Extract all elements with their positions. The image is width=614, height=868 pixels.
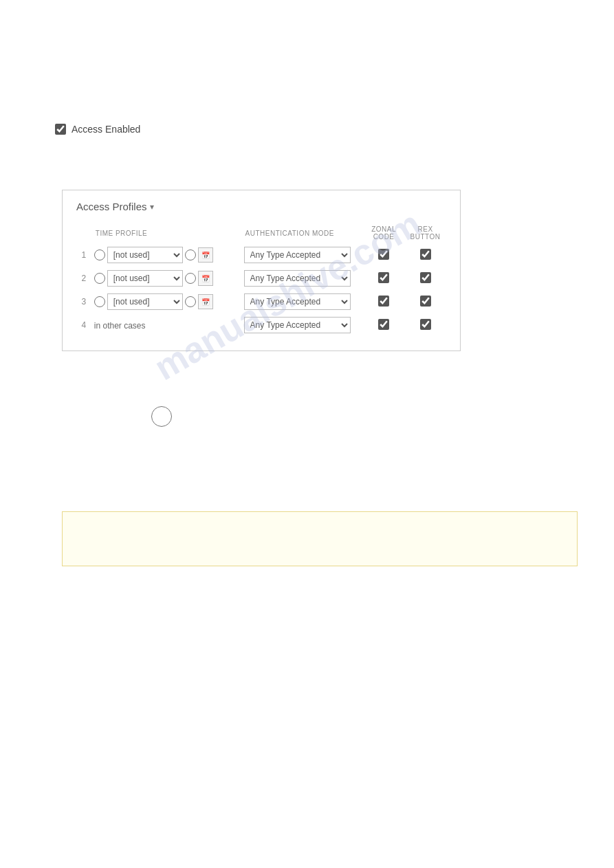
in-other-cases-label: in other cases <box>94 321 146 331</box>
radio-section <box>151 406 573 429</box>
auth-mode-select[interactable]: Any Type AcceptedCard OnlyPIN OnlyCard a… <box>244 317 351 333</box>
time-profile-select[interactable]: [not used] <box>107 293 183 310</box>
rex-button-checkbox[interactable] <box>420 296 431 307</box>
access-profiles-header[interactable]: Access Profiles ▾ <box>76 201 446 212</box>
time-radio-button-2[interactable] <box>185 249 196 260</box>
access-profiles-section: Access Profiles ▾ TIME PROFILE AUTHENTIC… <box>62 190 461 351</box>
profiles-table: TIME PROFILE AUTHENTICATION MODE ZONAL C… <box>76 223 446 337</box>
row-number: 4 <box>76 313 91 337</box>
auth-mode-select[interactable]: Any Type AcceptedCard OnlyPIN OnlyCard a… <box>244 247 351 263</box>
access-profiles-title: Access Profiles <box>76 201 147 212</box>
time-radio-button[interactable] <box>94 296 105 307</box>
col-zonal-header: ZONAL CODE <box>363 223 404 243</box>
auth-mode-select[interactable]: Any Type AcceptedCard OnlyPIN OnlyCard a… <box>244 270 351 287</box>
col-num-header <box>76 223 91 243</box>
zonal-code-checkbox[interactable] <box>378 296 389 307</box>
bottom-notice-box <box>62 511 578 566</box>
rex-button-cell <box>404 313 446 337</box>
table-row: 1[not used]📅Any Type AcceptedCard OnlyPI… <box>76 243 446 267</box>
zonal-code-cell <box>363 243 404 267</box>
time-profile-cell: [not used]📅 <box>91 290 241 313</box>
col-time-header: TIME PROFILE <box>91 223 241 243</box>
col-rex-header: REX BUTTON <box>404 223 446 243</box>
time-radio-button[interactable] <box>94 249 105 260</box>
calendar-icon[interactable]: 📅 <box>198 271 213 286</box>
zonal-code-checkbox[interactable] <box>378 272 389 283</box>
rex-button-cell <box>404 267 446 290</box>
zonal-code-cell <box>363 267 404 290</box>
calendar-icon[interactable]: 📅 <box>198 247 213 263</box>
zonal-code-cell <box>363 290 404 313</box>
auth-mode-select[interactable]: Any Type AcceptedCard OnlyPIN OnlyCard a… <box>244 293 351 310</box>
auth-mode-cell: Any Type AcceptedCard OnlyPIN OnlyCard a… <box>241 267 364 290</box>
access-enabled-label: Access Enabled <box>72 124 140 135</box>
time-radio-button[interactable] <box>94 273 105 284</box>
page-container: manualshive.com Access Enabled Access Pr… <box>0 0 614 580</box>
row-number: 1 <box>76 243 91 267</box>
calendar-icon[interactable]: 📅 <box>198 294 213 309</box>
col-auth-header: AUTHENTICATION MODE <box>241 223 364 243</box>
rex-button-cell <box>404 290 446 313</box>
row-number: 3 <box>76 290 91 313</box>
rex-button-checkbox[interactable] <box>420 249 431 260</box>
time-profile-select[interactable]: [not used] <box>107 247 183 263</box>
table-row: 2[not used]📅Any Type AcceptedCard OnlyPI… <box>76 267 446 290</box>
big-radio-button[interactable] <box>151 406 172 427</box>
auth-mode-cell: Any Type AcceptedCard OnlyPIN OnlyCard a… <box>241 313 364 337</box>
rex-button-checkbox[interactable] <box>420 319 431 330</box>
access-enabled-section: Access Enabled <box>55 124 573 135</box>
auth-mode-cell: Any Type AcceptedCard OnlyPIN OnlyCard a… <box>241 290 364 313</box>
time-radio-button-2[interactable] <box>185 273 196 284</box>
auth-mode-cell: Any Type AcceptedCard OnlyPIN OnlyCard a… <box>241 243 364 267</box>
zonal-code-checkbox[interactable] <box>378 249 389 260</box>
access-enabled-checkbox[interactable] <box>55 124 66 135</box>
table-row: 4in other casesAny Type AcceptedCard Onl… <box>76 313 446 337</box>
chevron-down-icon: ▾ <box>150 202 154 212</box>
rex-button-cell <box>404 243 446 267</box>
time-profile-cell: [not used]📅 <box>91 243 241 267</box>
row-number: 2 <box>76 267 91 290</box>
time-profile-cell: [not used]📅 <box>91 267 241 290</box>
rex-button-checkbox[interactable] <box>420 272 431 283</box>
time-radio-button-2[interactable] <box>185 296 196 307</box>
time-profile-cell: in other cases <box>91 313 241 337</box>
table-row: 3[not used]📅Any Type AcceptedCard OnlyPI… <box>76 290 446 313</box>
zonal-code-checkbox[interactable] <box>378 319 389 330</box>
time-profile-select[interactable]: [not used] <box>107 270 183 287</box>
zonal-code-cell <box>363 313 404 337</box>
